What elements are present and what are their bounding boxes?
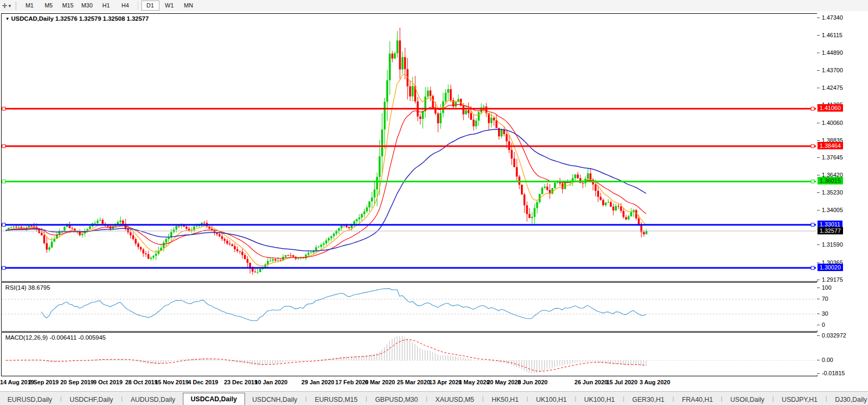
price-tick-mark xyxy=(817,280,820,280)
date-tick-label: 13 Apr 2020 xyxy=(429,379,461,385)
date-tick-label: 20 May 2020 xyxy=(487,379,521,385)
date-tick-label: 25 Mar 2020 xyxy=(397,379,430,385)
date-tick-label: 8 Jun 2020 xyxy=(518,379,547,385)
timeframe-m1-button[interactable]: M1 xyxy=(21,1,39,11)
chart-tab-dj30-daily[interactable]: DJ30,Daily xyxy=(828,394,868,405)
timeframe-h1-button[interactable]: H1 xyxy=(97,1,115,11)
rsi-tick-mark xyxy=(817,288,820,288)
price-tick-mark xyxy=(817,263,820,263)
price-level-tag: 1.36015 xyxy=(818,177,843,184)
timeframe-m30-button[interactable]: M30 xyxy=(78,1,96,11)
price-tick-label: 1.35230 xyxy=(822,189,843,196)
rsi-tick-mark xyxy=(817,299,820,299)
timeframe-m5-button[interactable]: M5 xyxy=(40,1,58,11)
chart-collapse-icon[interactable]: ▼ xyxy=(5,16,10,21)
price-tick-label: 1.43700 xyxy=(822,67,843,73)
macd-tick-mark xyxy=(817,360,820,360)
price-tick-mark xyxy=(817,244,820,245)
price-tick-mark xyxy=(817,192,820,193)
chart-tab-uk100-h1[interactable]: UK100,H1 xyxy=(528,394,574,405)
macd-tick-mark xyxy=(817,335,820,336)
price-level-tag: 1.30020 xyxy=(818,264,843,271)
price-tick-mark xyxy=(817,157,820,158)
price-tick-label: 1.37645 xyxy=(822,154,843,161)
date-tick-label: 17 Feb 2020 xyxy=(335,379,368,385)
crosshair-icon: ✛ xyxy=(2,1,7,11)
chart-tab-audusd-daily[interactable]: AUDUSD,Daily xyxy=(123,394,183,405)
macd-plot[interactable] xyxy=(2,333,816,375)
date-tick-label: 26 Jun 2020 xyxy=(575,379,608,385)
rsi-indicator-label: RSI(14) 38.6795 xyxy=(5,284,50,291)
chart-tab-usdcad-daily[interactable]: USDCAD,Daily xyxy=(183,393,245,405)
time-axis[interactable]: 14 Aug 20192 Sep 201920 Sep 20199 Oct 20… xyxy=(1,376,816,390)
rsi-panel-canvas[interactable]: RSI(14) 38.6795 xyxy=(1,282,818,332)
chart-tab-eurusd-daily[interactable]: EURUSD,Daily xyxy=(0,394,60,405)
price-tick-mark xyxy=(817,18,820,18)
date-tick-label: 4 Dec 2019 xyxy=(188,379,218,385)
price-tick-label: 1.46115 xyxy=(822,32,842,38)
price-tick-mark xyxy=(817,175,820,175)
price-tick-label: 1.47340 xyxy=(822,14,843,21)
timeframe-m15-button[interactable]: M15 xyxy=(59,1,77,11)
date-tick-label: 2 Sep 2019 xyxy=(29,379,59,385)
chart-tab-usdcnh-daily[interactable]: USDCNH,Daily xyxy=(245,394,305,405)
chart-tab-uk100-h1[interactable]: UK100,H1 xyxy=(577,394,622,405)
price-level-tag: 1.41060 xyxy=(818,104,843,112)
price-tick-label: 1.42475 xyxy=(822,85,843,91)
macd-tick-label: 0.00 xyxy=(822,357,833,363)
rsi-tick-mark xyxy=(817,314,820,314)
chart-tab-hk50-h1[interactable]: HK50,H1 xyxy=(484,394,526,405)
rsi-tick-label: 70 xyxy=(822,296,828,302)
price-tick-label: 1.34005 xyxy=(822,207,843,213)
timeframe-mn-button[interactable]: MN xyxy=(180,1,198,11)
price-tick-mark xyxy=(817,53,820,53)
chart-tab-usdchf-daily[interactable]: USDCHF,Daily xyxy=(62,394,121,405)
ma-fast-line xyxy=(6,74,646,266)
chart-tab-ger30-h1[interactable]: GER30,H1 xyxy=(625,394,672,405)
chart-tab-fra40-h1[interactable]: FRA40,H1 xyxy=(675,394,720,405)
date-tick-label: 10 Jan 2020 xyxy=(255,379,288,385)
macd-indicator-label: MACD(12,26,9) -0.006411 -0.005945 xyxy=(5,334,106,341)
date-tick-label: 28 Oct 2019 xyxy=(125,379,157,385)
macd-axis[interactable]: 0.0329720.00-0.01815 xyxy=(817,332,868,375)
timeframe-h4-button[interactable]: H4 xyxy=(116,1,134,11)
candlestick-plot[interactable] xyxy=(2,14,816,280)
timeframes-toolbar: ✛ ▾ M1M5M15M30H1H4D1W1MN xyxy=(0,0,868,12)
macd-signal-line xyxy=(6,340,646,372)
rsi-tick-label: 30 xyxy=(822,310,828,317)
timeframe-w1-button[interactable]: W1 xyxy=(161,1,179,11)
price-axis[interactable]: 1.473401.461151.448901.437001.424751.412… xyxy=(817,13,868,281)
macd-tick-label: 0.032972 xyxy=(822,332,846,339)
price-tick-mark xyxy=(817,123,820,123)
price-level-tag: 1.38464 xyxy=(818,142,843,149)
chart-tab-gbpusd-m30[interactable]: GBPUSD,M30 xyxy=(368,394,426,405)
current-price-tag: 1.32577 xyxy=(818,227,843,234)
crosshair-tool-button[interactable]: ✛ ▾ xyxy=(1,1,13,11)
chart-tab-xauusd-m5[interactable]: XAUUSD,M5 xyxy=(428,394,482,405)
chevron-down-icon: ▾ xyxy=(9,3,11,9)
timeframe-d1-button[interactable]: D1 xyxy=(141,1,159,11)
date-tick-label: 1 May 2020 xyxy=(459,379,490,385)
date-tick-label: 15 Jul 2020 xyxy=(606,379,638,385)
toolbar-drag-handle[interactable] xyxy=(15,2,16,10)
macd-tick-label: -0.01815 xyxy=(822,370,845,376)
rsi-plot[interactable] xyxy=(2,283,816,330)
price-tick-label: 1.31590 xyxy=(822,241,843,248)
rsi-tick-mark xyxy=(817,325,820,325)
rsi-axis[interactable]: 10070300 xyxy=(817,282,868,331)
chart-tab-usdjpy-h1[interactable]: USDJPY,H1 xyxy=(774,394,825,405)
main-chart-canvas[interactable]: ▼USDCAD,Daily 1.32576 1.32579 1.32508 1.… xyxy=(1,13,818,282)
price-tick-mark xyxy=(817,88,820,88)
timeframe-buttons-group: M1M5M15M30H1H4D1W1MN xyxy=(20,0,198,11)
chart-tab-eurusd-m15[interactable]: EURUSD,M15 xyxy=(307,394,365,405)
macd-panel-canvas[interactable]: MACD(12,26,9) -0.006411 -0.005945 xyxy=(1,332,818,376)
price-tick-mark xyxy=(817,35,820,36)
rsi-line xyxy=(41,289,646,320)
chart-tab-usoil-daily[interactable]: USOil,Daily xyxy=(723,394,772,405)
price-tick-label: 1.40060 xyxy=(822,120,843,126)
chart-ohlc-values: 1.32576 1.32579 1.32508 1.32577 xyxy=(55,15,149,22)
price-tick-mark xyxy=(817,70,820,71)
date-tick-label: 23 Dec 2019 xyxy=(224,379,258,385)
date-tick-label: 3 Aug 2020 xyxy=(639,379,670,385)
rsi-tick-label: 0 xyxy=(822,322,825,328)
